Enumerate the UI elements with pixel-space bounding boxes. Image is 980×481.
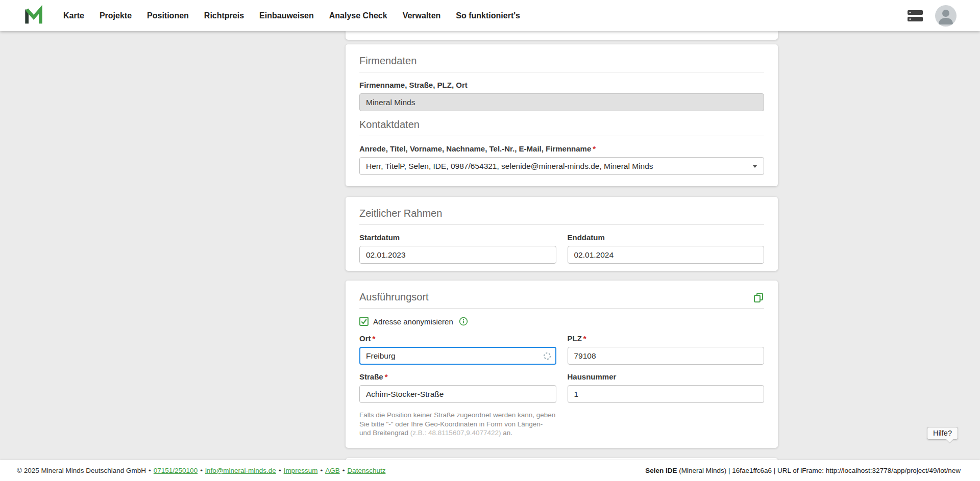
loading-spinner-icon — [543, 352, 551, 360]
company-input — [359, 93, 764, 111]
startdatum-label: Startdatum — [359, 233, 556, 242]
section-title-zeitlicher-rahmen: Zeitlicher Rahmen — [359, 207, 764, 219]
copy-icon[interactable] — [753, 292, 764, 305]
copyright-text: © 2025 Mineral Minds Deutschland GmbH — [17, 467, 146, 474]
strasse-field: Straße* — [359, 372, 556, 403]
nav-item-analyse-check[interactable]: Analyse Check — [329, 11, 387, 20]
user-avatar[interactable] — [935, 5, 957, 27]
anonymize-label: Adresse anonymisieren — [373, 317, 453, 326]
footer-datenschutz-link[interactable]: Datenschutz — [347, 467, 385, 474]
ort-field: Ort* — [359, 334, 556, 365]
separator: • — [342, 467, 345, 474]
strasse-label: Straße* — [359, 372, 556, 382]
ort-label-text: Ort — [359, 334, 371, 343]
startdatum-input[interactable] — [359, 246, 556, 264]
footer-phone-link[interactable]: 07151/250100 — [154, 467, 198, 474]
nav-item-verwalten[interactable]: Verwalten — [403, 11, 441, 20]
hausnummer-input[interactable] — [568, 385, 765, 403]
enddatum-label: Enddatum — [568, 233, 765, 242]
anonymize-checkbox[interactable] — [359, 317, 369, 326]
hausnummer-label: Hausnummer — [568, 372, 765, 382]
ort-input[interactable] — [359, 347, 556, 365]
enddatum-field: Enddatum — [568, 233, 765, 264]
divider — [359, 72, 764, 72]
ort-input-wrap — [359, 347, 556, 365]
divider — [359, 136, 764, 136]
kontakt-select-value: Herr, TitelP, Selen, IDE, 0987/654321, s… — [366, 162, 653, 171]
divider — [359, 224, 764, 225]
page: Karte Projekte Positionen Richtpreis Ein… — [0, 0, 980, 481]
hint-example: (z.B.: 48.8115607,9.4077422) — [410, 429, 501, 437]
plz-input[interactable] — [568, 347, 765, 365]
nav-item-positionen[interactable]: Positionen — [147, 11, 189, 20]
separator: • — [320, 467, 323, 474]
footer-left: © 2025 Mineral Minds Deutschland GmbH•07… — [17, 467, 385, 474]
logo-icon — [23, 5, 44, 27]
plz-label-text: PLZ — [568, 334, 582, 343]
kontakt-section: Kontaktdaten Anrede, Titel, Vorname, Nac… — [359, 118, 764, 175]
strasse-label-text: Straße — [359, 372, 383, 381]
section-title-firmendaten: Firmendaten — [359, 55, 764, 67]
top-navigation-bar: Karte Projekte Positionen Richtpreis Ein… — [0, 0, 980, 31]
chevron-down-icon — [752, 165, 757, 168]
nav-item-karte[interactable]: Karte — [63, 11, 84, 20]
check-icon — [360, 318, 368, 325]
anonymize-row: Adresse anonymisieren — [359, 317, 764, 326]
card-ausfuehrungsort: Ausführungsort Adresse anonymisieren — [346, 281, 778, 448]
date-fields-row: Startdatum Enddatum — [359, 233, 764, 264]
kontakt-field-label: Anrede, Titel, Vorname, Nachname, Tel.-N… — [359, 144, 764, 154]
kontakt-label-text: Anrede, Titel, Vorname, Nachname, Tel.-N… — [359, 144, 591, 153]
kontakt-select[interactable]: Herr, TitelP, Selen, IDE, 0987/654321, s… — [359, 157, 764, 175]
footer: © 2025 Mineral Minds Deutschland GmbH•07… — [0, 460, 980, 481]
required-asterisk: * — [583, 334, 586, 343]
startdatum-field: Startdatum — [359, 233, 556, 264]
footer-debug-info: Selen IDE (Mineral Minds) | 16fae1ffc6a6… — [645, 467, 961, 474]
form-content: Firmendaten Firmenname, Straße, PLZ, Ort… — [346, 31, 778, 481]
plz-field: PLZ* — [568, 334, 765, 365]
nav-item-so-funktionierts[interactable]: So funktioniert's — [456, 11, 520, 20]
required-asterisk: * — [593, 144, 596, 153]
divider — [359, 308, 764, 309]
footer-ide-name: Selen IDE — [645, 467, 677, 474]
info-icon[interactable] — [459, 317, 468, 326]
footer-ide-details: (Mineral Minds) | 16fae1ffc6a6 | URL of … — [677, 467, 961, 474]
hausnummer-field: Hausnummer — [568, 372, 765, 403]
footer-email-link[interactable]: info@mineral-minds.de — [205, 467, 276, 474]
strasse-hint-text: Falls die Position keiner Straße zugeord… — [359, 411, 556, 438]
card-partial-top — [346, 31, 778, 40]
address-fields-grid: Ort* PLZ* — [359, 334, 764, 438]
section-title-kontaktdaten: Kontaktdaten — [359, 118, 764, 131]
nav-item-richtpreis[interactable]: Richtpreis — [204, 11, 244, 20]
card-zeitlicher-rahmen: Zeitlicher Rahmen Startdatum Enddatum — [346, 197, 778, 271]
mineral-minds-logo[interactable] — [22, 5, 45, 27]
separator: • — [200, 467, 203, 474]
nav-item-einbauweisen[interactable]: Einbauweisen — [259, 11, 314, 20]
ort-label: Ort* — [359, 334, 556, 343]
company-field-label: Firmenname, Straße, PLZ, Ort — [359, 81, 764, 90]
nav-item-projekte[interactable]: Projekte — [100, 11, 132, 20]
footer-agb-link[interactable]: AGB — [325, 467, 340, 474]
help-button[interactable]: Hilfe? — [927, 427, 958, 440]
card-firmendaten: Firmendaten Firmenname, Straße, PLZ, Ort… — [346, 44, 778, 186]
required-asterisk: * — [385, 372, 388, 381]
main-nav: Karte Projekte Positionen Richtpreis Ein… — [63, 11, 520, 20]
enddatum-input[interactable] — [568, 246, 765, 264]
help-button-label: Hilfe? — [933, 429, 952, 437]
plz-label: PLZ* — [568, 334, 765, 343]
server-icon[interactable] — [908, 10, 923, 21]
separator: • — [279, 467, 281, 474]
required-asterisk: * — [373, 334, 376, 343]
footer-impressum-link[interactable]: Impressum — [284, 467, 318, 474]
person-icon — [935, 5, 957, 27]
topbar-right — [908, 5, 957, 27]
hint-suffix: an. — [501, 429, 512, 437]
separator: • — [149, 467, 151, 474]
strasse-input[interactable] — [359, 385, 556, 403]
ausfuehrungsort-title-row: Ausführungsort — [359, 291, 764, 308]
section-title-ausfuehrungsort: Ausführungsort — [359, 291, 429, 303]
